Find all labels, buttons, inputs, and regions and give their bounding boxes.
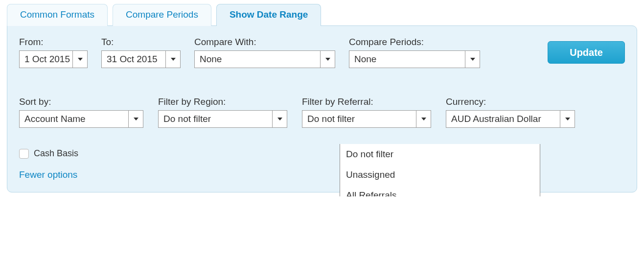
panel-body: From: 1 Oct 2015 To: 31 Oct 2015 Compare… <box>7 25 637 192</box>
compare-periods-label: Compare Periods: <box>349 37 480 48</box>
fewer-options-link[interactable]: Fewer options <box>19 169 77 180</box>
cash-basis-checkbox[interactable] <box>19 149 29 159</box>
tab-show-date-range[interactable]: Show Date Range <box>216 4 321 26</box>
tab-common-formats[interactable]: Common Formats <box>7 4 108 26</box>
currency-label: Currency: <box>446 96 575 107</box>
update-button-label: Update <box>570 47 603 58</box>
filter-region-label: Filter by Region: <box>158 96 287 107</box>
chevron-down-icon[interactable] <box>465 51 480 68</box>
from-label: From: <box>19 37 88 48</box>
filter-referral-value: Do not filter <box>302 111 416 127</box>
filter-region-select[interactable]: Do not filter <box>158 110 287 128</box>
chevron-down-icon[interactable] <box>72 51 87 68</box>
compare-periods-select[interactable]: None <box>349 50 480 68</box>
tab-label: Common Formats <box>20 9 94 20</box>
chevron-down-icon[interactable] <box>272 111 287 127</box>
referral-option[interactable]: All Referrals <box>340 185 540 196</box>
chevron-down-icon[interactable] <box>416 111 431 127</box>
filter-region-value: Do not filter <box>159 111 272 127</box>
currency-select[interactable]: AUD Australian Dollar <box>446 110 575 128</box>
to-date-value: 31 Oct 2015 <box>102 51 165 68</box>
to-label: To: <box>101 37 181 48</box>
compare-with-value: None <box>195 51 320 68</box>
chevron-down-icon[interactable] <box>165 51 180 68</box>
tab-label: Compare Periods <box>126 9 198 20</box>
referral-option[interactable]: Unassigned <box>340 165 540 185</box>
filter-referral-dropdown: Do not filterUnassignedAll ReferralsBNIN… <box>340 144 540 196</box>
chevron-down-icon[interactable] <box>560 111 575 127</box>
sort-by-value: Account Name <box>20 111 128 127</box>
to-date-select[interactable]: 31 Oct 2015 <box>101 50 181 68</box>
cash-basis-label: Cash Basis <box>34 148 78 159</box>
from-date-value: 1 Oct 2015 <box>20 51 72 68</box>
filter-referral-label: Filter by Referral: <box>302 96 431 107</box>
tab-bar: Common Formats Compare Periods Show Date… <box>7 4 637 26</box>
referral-option[interactable]: Do not filter <box>340 144 540 165</box>
update-button[interactable]: Update <box>548 41 625 64</box>
compare-with-select[interactable]: None <box>194 50 335 68</box>
tab-label: Show Date Range <box>230 9 308 20</box>
sort-by-label: Sort by: <box>19 96 143 107</box>
from-date-select[interactable]: 1 Oct 2015 <box>19 50 88 68</box>
chevron-down-icon[interactable] <box>128 111 143 127</box>
sort-by-select[interactable]: Account Name <box>19 110 143 128</box>
filter-referral-select[interactable]: Do not filter <box>302 110 431 128</box>
compare-with-label: Compare With: <box>194 37 335 48</box>
chevron-down-icon[interactable] <box>320 51 335 68</box>
tab-compare-periods[interactable]: Compare Periods <box>113 4 211 26</box>
compare-periods-value: None <box>349 51 465 68</box>
currency-value: AUD Australian Dollar <box>446 111 560 127</box>
